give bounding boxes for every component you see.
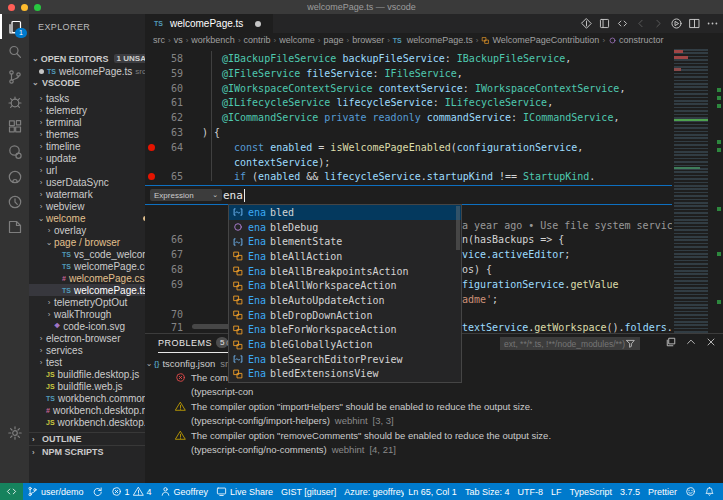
status-eol[interactable]: LF bbox=[547, 483, 566, 500]
tree-folder-telemetry[interactable]: ›telemetry bbox=[29, 104, 145, 116]
problem-item-detail[interactable]: (typescript-config/import-helpers)webhin… bbox=[145, 414, 723, 427]
split-editor-icon[interactable] bbox=[688, 17, 701, 30]
tree-file-welcomepage-css[interactable]: #welcomePage.css2 bbox=[29, 272, 145, 284]
minimize-window-button[interactable] bbox=[21, 4, 28, 11]
tree-file-welcomepage-ts[interactable]: TSwelcomePage.ts bbox=[29, 284, 145, 296]
suggest-item-enablesearcheditorpreview[interactable]: EnableSearchEditorPreview bbox=[229, 352, 461, 367]
status-problems-summary[interactable]: 14 bbox=[107, 483, 156, 500]
minimap[interactable] bbox=[672, 47, 723, 333]
tree-file-workbench-common-mai-[interactable]: TSworkbench.common.mai... bbox=[29, 392, 145, 404]
suggest-item-enabled[interactable]: enabled bbox=[229, 205, 461, 220]
activity-bar-item-file-edits[interactable] bbox=[0, 214, 29, 239]
activity-bar-item-live-share[interactable] bbox=[0, 139, 29, 164]
breadcrumb-item-src[interactable]: src bbox=[153, 35, 165, 45]
tree-folder-webview[interactable]: ›webview bbox=[29, 200, 145, 212]
tree-folder-userdatasync[interactable]: ›userDataSync bbox=[29, 176, 145, 188]
dirty-indicator-icon[interactable] bbox=[255, 21, 261, 27]
activity-bar-item-extensions[interactable] bbox=[0, 114, 29, 139]
status-ts-version[interactable]: 3.7.5 bbox=[616, 483, 644, 500]
tree-folder-url[interactable]: ›url bbox=[29, 164, 145, 176]
tree-folder-telemetryoptout[interactable]: ›telemetryOptOut bbox=[29, 296, 145, 308]
tree-folder-overlay[interactable]: ›overlay bbox=[29, 224, 145, 236]
condition-type-select[interactable]: Expression ⌄ bbox=[150, 189, 222, 201]
activity-bar-item-source-control[interactable] bbox=[0, 64, 29, 89]
close-window-button[interactable] bbox=[8, 4, 15, 11]
activity-bar-item-settings[interactable] bbox=[0, 420, 29, 445]
folder-section-header[interactable]: ⌄ VSCODE bbox=[29, 76, 145, 89]
suggest-item-enabledropdownaction[interactable]: EnableDropDownAction bbox=[229, 308, 461, 323]
next-change-icon[interactable] bbox=[652, 17, 665, 30]
tree-folder-timeline[interactable]: ›timeline bbox=[29, 140, 145, 152]
suggest-item-enabledebug[interactable]: enableDebug bbox=[229, 220, 461, 235]
status-live-share[interactable]: Live Share bbox=[212, 483, 277, 500]
run-file-icon[interactable] bbox=[670, 17, 683, 30]
suggest-item-enableautoupdateaction[interactable]: EnableAutoUpdateAction bbox=[229, 293, 461, 308]
tree-folder-test[interactable]: ›test bbox=[29, 356, 145, 368]
status-formatter[interactable]: Prettier bbox=[644, 483, 681, 500]
close-panel-icon[interactable] bbox=[705, 336, 717, 348]
status-sync[interactable] bbox=[88, 483, 107, 500]
tree-folder-welcome[interactable]: ⌄welcome bbox=[29, 212, 145, 224]
tree-folder-page-browser[interactable]: ⌄page / browser bbox=[29, 236, 145, 248]
npm-scripts-section-header[interactable]: › NPM SCRIPTS bbox=[29, 445, 145, 458]
status-azure-account[interactable]: Azure: geoffrey@contoso.com bbox=[340, 483, 404, 500]
zoom-window-button[interactable] bbox=[34, 4, 41, 11]
tree-file-code-icon-svg[interactable]: ❖code-icon.svg bbox=[29, 320, 145, 332]
tree-file-workbench-desktop-main-[interactable]: #workbench.desktop.main... bbox=[29, 404, 145, 416]
condition-expression-input[interactable]: ena bbox=[223, 187, 245, 203]
compare-changes-icon[interactable] bbox=[616, 17, 629, 30]
problem-item[interactable]: The compiler option "removeComments" sho… bbox=[145, 429, 723, 442]
activity-bar-item-run-debug[interactable] bbox=[0, 89, 29, 114]
tree-folder-themes[interactable]: ›themes bbox=[29, 128, 145, 140]
breadcrumb-item-page[interactable]: page bbox=[323, 35, 343, 45]
breadcrumb-item-welcomepage-ts[interactable]: TSwelcomePage.ts bbox=[393, 35, 473, 45]
status-indentation[interactable]: Tab Size: 4 bbox=[461, 483, 514, 500]
tree-folder-terminal[interactable]: ›terminal bbox=[29, 116, 145, 128]
suggest-item-enableforworkspaceaction[interactable]: EnableForWorkspaceAction bbox=[229, 323, 461, 338]
filter-icon[interactable] bbox=[625, 338, 636, 349]
more-actions-icon[interactable] bbox=[706, 17, 719, 30]
tree-folder-services[interactable]: ›services bbox=[29, 344, 145, 356]
status-notifications[interactable] bbox=[700, 483, 719, 500]
activity-bar-item-timeline[interactable] bbox=[0, 189, 29, 214]
status-feedback[interactable] bbox=[681, 483, 700, 500]
tree-file-welcomepage-contri-[interactable]: TSwelcomePage.contri... bbox=[29, 260, 145, 272]
suggest-item-enabledextensionsview[interactable]: EnabledExtensionsView bbox=[229, 367, 461, 382]
suggest-item-enableallworkspaceaction[interactable]: EnableAllWorkspaceAction bbox=[229, 278, 461, 293]
activity-bar-item-explorer[interactable]: 1 bbox=[0, 14, 29, 39]
suggest-item-enableallaction[interactable]: EnableAllAction bbox=[229, 249, 461, 264]
status-language-mode[interactable]: TypeScript bbox=[565, 483, 616, 500]
status-encoding[interactable]: UTF-8 bbox=[513, 483, 547, 500]
suggest-item-enablegloballyaction[interactable]: EnableGloballyAction bbox=[229, 337, 461, 352]
previous-change-icon[interactable] bbox=[634, 17, 647, 30]
breadcrumb-item-contrib[interactable]: contrib bbox=[244, 35, 271, 45]
problems-filter-input[interactable] bbox=[500, 337, 640, 350]
tree-folder-update[interactable]: ›update bbox=[29, 152, 145, 164]
status-liveshare-participant[interactable]: Geoffrey bbox=[156, 483, 212, 500]
problem-item-detail[interactable]: (typescript-config/no-comments)webhint[4… bbox=[145, 443, 723, 456]
open-changes-icon[interactable] bbox=[580, 17, 593, 30]
tree-file-workbench-desktop-main-[interactable]: JSworkbench.desktop.main... bbox=[29, 416, 145, 428]
tree-file-buildfile-web-js[interactable]: JSbuildfile.web.js bbox=[29, 380, 145, 392]
activity-bar-item-search[interactable] bbox=[0, 39, 29, 64]
breadcrumb-item-welcomepagecontribution[interactable]: WelcomePageContribution bbox=[481, 35, 599, 45]
problem-item[interactable]: The compiler option "importHelpers" shou… bbox=[145, 400, 723, 413]
panel-tab-problems[interactable]: PROBLEMS5 bbox=[158, 334, 228, 353]
breadcrumb-item-vs[interactable]: vs bbox=[174, 35, 183, 45]
tree-folder-walkthrough[interactable]: ›walkThrough bbox=[29, 308, 145, 320]
problem-item-detail[interactable]: (typescript-con bbox=[145, 385, 723, 398]
tree-folder-electron-browser[interactable]: ›electron-browser bbox=[29, 332, 145, 344]
open-editors-header[interactable]: ⌄ OPEN EDITORS 1 UNSAVED bbox=[29, 52, 145, 65]
toggle-blame-icon[interactable] bbox=[598, 17, 611, 30]
activity-bar-item-github[interactable] bbox=[0, 164, 29, 189]
breadcrumb-item-welcome[interactable]: welcome bbox=[279, 35, 315, 45]
status-gist[interactable]: GIST [gituser] bbox=[277, 483, 340, 500]
suggest-item-enablementstate[interactable]: EnablementState bbox=[229, 234, 461, 249]
breadcrumb-item-constructor[interactable]: constructor bbox=[608, 35, 664, 45]
status-cursor-position[interactable]: Ln 65, Col 1 bbox=[404, 483, 461, 500]
tree-file-buildfile-desktop-js[interactable]: JSbuildfile.desktop.js bbox=[29, 368, 145, 380]
tree-file-vs-code-welcome-pa-[interactable]: TSvs_code_welcome_pa... bbox=[29, 248, 145, 260]
maximize-panel-icon[interactable] bbox=[685, 336, 697, 348]
suggest-item-enableallbreakpointsaction[interactable]: EnableAllBreakpointsAction bbox=[229, 264, 461, 279]
tab-welcomePage-ts[interactable]: TS welcomePage.ts bbox=[145, 14, 273, 33]
